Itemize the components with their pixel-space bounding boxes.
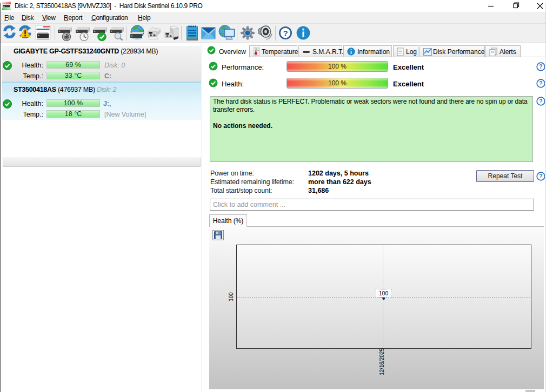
svg-text:?: ?	[539, 80, 542, 86]
svg-text:?: ?	[539, 64, 542, 70]
svg-text:?: ?	[283, 29, 288, 38]
svg-text:?: ?	[539, 173, 542, 179]
svg-text:?: ?	[539, 98, 542, 104]
